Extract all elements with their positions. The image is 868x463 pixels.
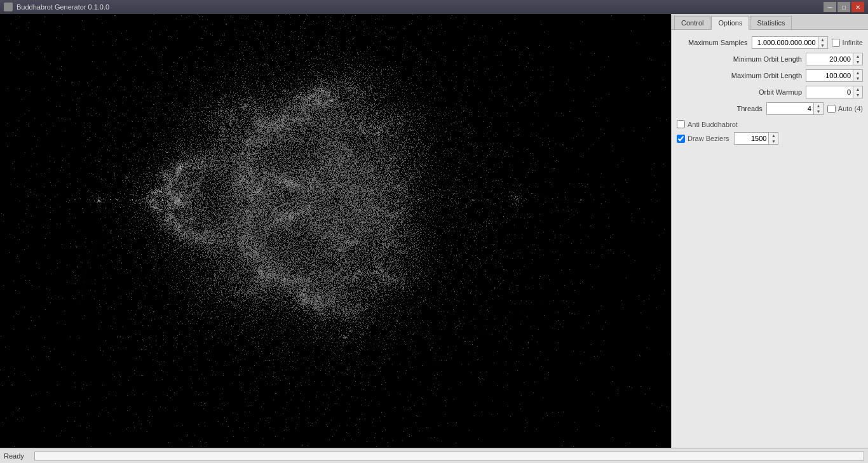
anti-buddhabrot-label: Anti Buddhabrot: [688, 121, 738, 128]
min-orbit-up[interactable]: ▲: [853, 53, 862, 59]
threads-row: Threads ▲ ▼ Auto (4): [677, 102, 863, 115]
max-orbit-row: Maximum Orbit Length ▲ ▼: [677, 69, 863, 82]
threads-arrows: ▲ ▼: [814, 102, 824, 115]
tab-bar: Control Options Statistics: [672, 14, 868, 30]
threads-down[interactable]: ▼: [814, 109, 823, 114]
threads-spinner: ▲ ▼: [766, 102, 824, 115]
orbit-warmup-spinner: ▲ ▼: [806, 86, 863, 98]
max-samples-input[interactable]: [752, 36, 818, 49]
threads-label: Threads: [737, 105, 763, 112]
beziers-down[interactable]: ▼: [769, 138, 778, 144]
max-orbit-down[interactable]: ▼: [853, 76, 862, 81]
anti-buddhabrot-row: Anti Buddhabrot: [677, 120, 863, 128]
beziers-input[interactable]: [734, 132, 769, 145]
titlebar-left: Buddhabrot Generator 0.1.0.0: [4, 3, 109, 11]
orbit-warmup-arrows: ▲ ▼: [853, 86, 863, 98]
tab-control[interactable]: Control: [674, 16, 710, 29]
progress-bar-container: [34, 452, 864, 460]
beziers-arrows: ▲ ▼: [769, 132, 778, 145]
app-title: Buddhabrot Generator 0.1.0.0: [17, 3, 109, 11]
maximize-button[interactable]: □: [837, 2, 850, 12]
canvas-area: [0, 14, 671, 448]
infinite-container: Infinite: [832, 39, 863, 47]
auto-checkbox[interactable]: [827, 105, 836, 113]
min-orbit-input[interactable]: [806, 53, 853, 65]
main-content: Control Options Statistics Maximum Sampl…: [0, 14, 868, 448]
infinite-label: Infinite: [843, 39, 863, 46]
close-button[interactable]: ✕: [851, 2, 864, 12]
max-samples-arrows: ▲ ▼: [818, 36, 828, 49]
tab-statistics[interactable]: Statistics: [750, 16, 792, 29]
max-samples-up[interactable]: ▲: [818, 37, 827, 43]
max-samples-row: Maximum Samples ▲ ▼ Infinite: [677, 36, 863, 49]
max-samples-down[interactable]: ▼: [818, 43, 827, 48]
max-orbit-spinner: ▲ ▼: [806, 69, 863, 82]
max-orbit-arrows: ▲ ▼: [853, 69, 863, 82]
right-panel: Control Options Statistics Maximum Sampl…: [671, 14, 868, 448]
min-orbit-arrows: ▲ ▼: [853, 53, 863, 65]
min-orbit-spinner: ▲ ▼: [806, 53, 863, 65]
min-orbit-label: Minimum Orbit Length: [733, 55, 802, 63]
status-text: Ready: [4, 452, 29, 460]
orbit-warmup-row: Orbit Warmup ▲ ▼: [677, 86, 863, 98]
infinite-checkbox[interactable]: [832, 39, 840, 47]
draw-beziers-row: Draw Beziers ▲ ▼: [677, 132, 863, 145]
auto-label: Auto (4): [838, 105, 863, 112]
max-orbit-input[interactable]: [806, 69, 853, 82]
titlebar-controls: ─ □ ✕: [824, 2, 864, 12]
orbit-warmup-label: Orbit Warmup: [759, 88, 802, 96]
max-orbit-up[interactable]: ▲: [853, 70, 862, 76]
options-panel: Maximum Samples ▲ ▼ Infinite Minimum Orb…: [672, 30, 868, 448]
threads-input[interactable]: [766, 102, 814, 115]
max-samples-spinner: ▲ ▼: [752, 36, 828, 49]
beziers-spinner: ▲ ▼: [734, 132, 778, 145]
max-samples-label: Maximum Samples: [688, 39, 748, 46]
app-icon: [4, 3, 13, 11]
orbit-warmup-input[interactable]: [806, 86, 853, 98]
fractal-canvas: [0, 14, 671, 448]
auto-container: Auto (4): [827, 105, 863, 113]
minimize-button[interactable]: ─: [824, 2, 836, 12]
anti-buddhabrot-checkbox[interactable]: [677, 120, 685, 128]
beziers-up[interactable]: ▲: [769, 133, 778, 138]
orbit-warmup-down[interactable]: ▼: [853, 92, 862, 98]
min-orbit-row: Minimum Orbit Length ▲ ▼: [677, 53, 863, 65]
statusbar: Ready: [0, 448, 868, 463]
titlebar: Buddhabrot Generator 0.1.0.0 ─ □ ✕: [0, 0, 868, 14]
threads-up[interactable]: ▲: [814, 103, 823, 109]
orbit-warmup-up[interactable]: ▲: [853, 86, 862, 92]
tab-options[interactable]: Options: [711, 16, 749, 30]
max-orbit-label: Maximum Orbit Length: [731, 72, 802, 79]
min-orbit-down[interactable]: ▼: [853, 59, 862, 65]
draw-beziers-label: Draw Beziers: [688, 135, 729, 142]
draw-beziers-checkbox[interactable]: [677, 135, 685, 143]
